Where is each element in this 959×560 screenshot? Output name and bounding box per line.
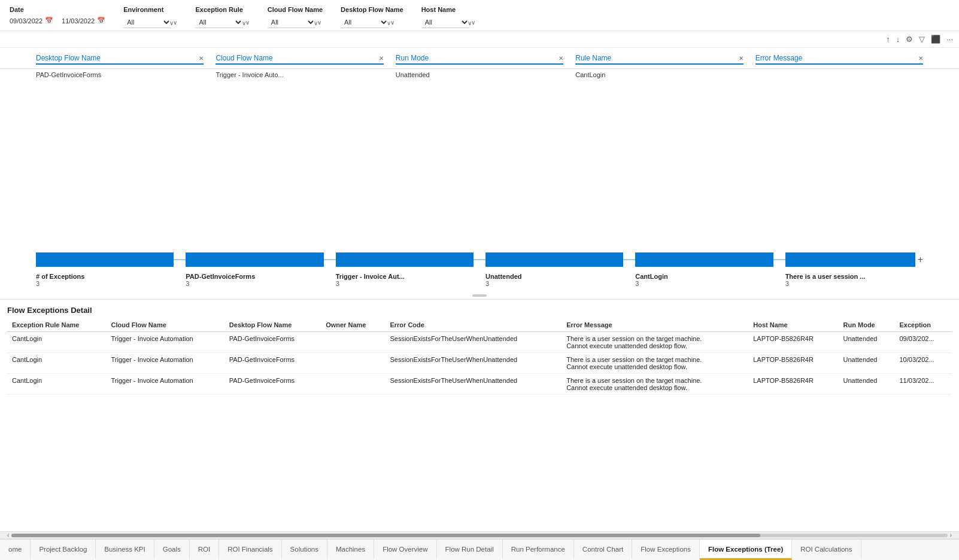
host-name-select[interactable]: All [421,17,469,28]
sankey-col-run-mode[interactable]: Run Mode ✕ [396,54,563,65]
host-name-value-group: All ∨ [421,17,475,28]
host-name-select-wrap: All ∨ [421,17,475,28]
sankey-col-cloud-flow[interactable]: Cloud Flow Name ✕ [216,54,383,65]
sankey-col-desktop-flow-close[interactable]: ✕ [199,55,204,62]
cell-run-mode-2: Unattended [839,353,895,374]
sankey-count-cantlogin: 3 [635,280,773,287]
filter-icon[interactable]: ▽ [918,34,926,45]
scroll-track[interactable] [11,534,947,537]
scroll-right-arrow[interactable]: › [948,532,954,538]
tab-flow-run-detail[interactable]: Flow Run Detail [437,540,503,560]
calendar-from-icon[interactable]: 📅 [45,17,53,25]
divider-handle[interactable] [472,294,487,297]
calendar-to-icon[interactable]: 📅 [97,17,105,25]
desktop-flow-chevron: ∨ [390,19,394,26]
cell-error-message-1: There is a user session on the target ma… [562,332,748,353]
tab-run-performance[interactable]: Run Performance [503,540,574,560]
tab-home[interactable]: ome [0,540,31,560]
environment-select[interactable]: All [123,17,171,28]
sankey-col-run-mode-label: Run Mode [396,54,429,62]
add-node-icon[interactable]: + [918,254,923,265]
cell-desktop-flow-3: PAD-GetInvoiceForms [224,374,321,395]
cell-exception-rule-3: CantLogin [7,374,107,395]
cell-exception-1: 09/03/202... [894,332,952,353]
sankey-label-desktop: PAD-GetInvoiceForms 3 [186,273,323,287]
cell-exception-2: 10/03/202... [894,353,952,374]
cloud-flow-chevron: ∨ [317,19,321,26]
tab-goals[interactable]: Goals [154,540,190,560]
desktop-flow-filter: Desktop Flow Name All ∨ [341,6,403,28]
tab-roi-calculations[interactable]: ROI Calculations [792,540,861,560]
sankey-count-cloud: 3 [336,280,474,287]
scroll-thumb[interactable] [11,534,760,537]
environment-chevron: ∨ [173,19,177,26]
col-owner-name: Owner Name [321,318,385,332]
sankey-col-run-mode-close[interactable]: ✕ [559,55,563,62]
exception-rule-value-group: All ∨ [195,17,249,28]
environment-value-group: All ∨ [123,17,177,28]
more-icon[interactable]: ··· [945,34,954,45]
tab-machines-label: Machines [336,546,365,553]
tab-control-chart[interactable]: Control Chart [574,540,632,560]
sankey-col-error-message-label: Error Message [755,54,803,62]
tab-business-kpi[interactable]: Business KPI [96,540,154,560]
sankey-col-rule-name-close[interactable]: ✕ [739,55,743,62]
col-run-mode: Run Mode [839,318,895,332]
sankey-col-cloud-flow-close[interactable]: ✕ [379,55,384,62]
sankey-node-desktop [186,252,323,267]
sankey-subval-rule: CantLogin [575,71,743,78]
cell-exception-rule-1: CantLogin [7,332,107,353]
cloud-flow-value-group: All ∨ [268,17,323,28]
tab-roi[interactable]: ROI [190,540,219,560]
col-desktop-flow-name: Desktop Flow Name [224,318,321,332]
sankey-col-error-message-close[interactable]: ✕ [918,55,923,62]
table-row: CantLogin Trigger - Invoice Automation P… [7,374,952,395]
environment-filter: Environment All ∨ [123,6,177,28]
sankey-col-rule-name[interactable]: Rule Name ✕ [575,54,743,65]
sankey-node-exceptions [36,252,174,267]
sort-asc-icon[interactable]: ↑ [885,34,891,45]
host-name-chevron: ∨ [471,19,475,26]
tab-roi-financials[interactable]: ROI Financials [219,540,281,560]
sankey-col-desktop-flow-label: Desktop Flow Name [36,54,101,62]
tab-machines[interactable]: Machines [327,540,374,560]
cell-host-2: LAPTOP-B5826R4R [748,353,838,374]
exception-rule-select[interactable]: All [195,17,243,28]
tab-solutions[interactable]: Solutions [282,540,327,560]
sankey-labels: # of Exceptions 3 PAD-GetInvoiceForms 3 … [0,270,959,294]
desktop-flow-select-wrap: All ∨ [341,17,394,28]
exception-rule-chevron: ∨ [245,19,250,26]
sankey-col-cloud-flow-label: Cloud Flow Name [216,54,272,62]
col-cloud-flow-name: Cloud Flow Name [107,318,224,332]
sankey-label-unattended: Unattended 3 [485,273,623,287]
cell-desktop-flow-2: PAD-GetInvoiceForms [224,353,321,374]
cell-exception-rule-2: CantLogin [7,353,107,374]
sort-desc-icon[interactable]: ↓ [895,34,902,45]
tab-flow-overview[interactable]: Flow Overview [374,540,436,560]
exception-rule-label: Exception Rule [195,6,249,13]
export-icon[interactable]: ⬛ [930,34,942,45]
detail-title: Flow Exceptions Detail [7,300,952,318]
sankey-connector-4 [623,259,635,260]
sankey-col-desktop-flow[interactable]: Desktop Flow Name ✕ [36,54,204,65]
tab-flow-exceptions-tree[interactable]: Flow Exceptions (Tree) [700,540,792,560]
sankey-spacer-top [0,83,959,252]
sankey-col-error-message[interactable]: Error Message ✕ [755,54,923,65]
tab-control-chart-label: Control Chart [582,546,623,553]
scroll-left-arrow[interactable]: ‹ [5,532,11,538]
cell-cloud-flow-1: Trigger - Invoice Automation [107,332,224,353]
cloud-flow-select[interactable]: All [268,17,315,28]
horizontal-scrollbar[interactable]: ‹ › [0,531,959,538]
tab-flow-exceptions[interactable]: Flow Exceptions [632,540,700,560]
sankey-label-error-text: There is a user session ... [785,273,923,280]
sankey-node-cloud [336,252,474,267]
col-host-name: Host Name [748,318,838,332]
hierarchy-icon[interactable]: ⚙ [905,34,914,45]
col-exception: Exception [894,318,952,332]
desktop-flow-select[interactable]: All [341,17,389,28]
date-value-group: 09/03/2022 📅 11/03/2022 📅 [10,17,105,25]
sankey-bar-exceptions [36,252,174,267]
sankey-col-rule-name-label: Rule Name [575,54,611,62]
sankey-bar-cloud [336,252,474,267]
tab-project-backlog[interactable]: Project Backlog [31,540,96,560]
